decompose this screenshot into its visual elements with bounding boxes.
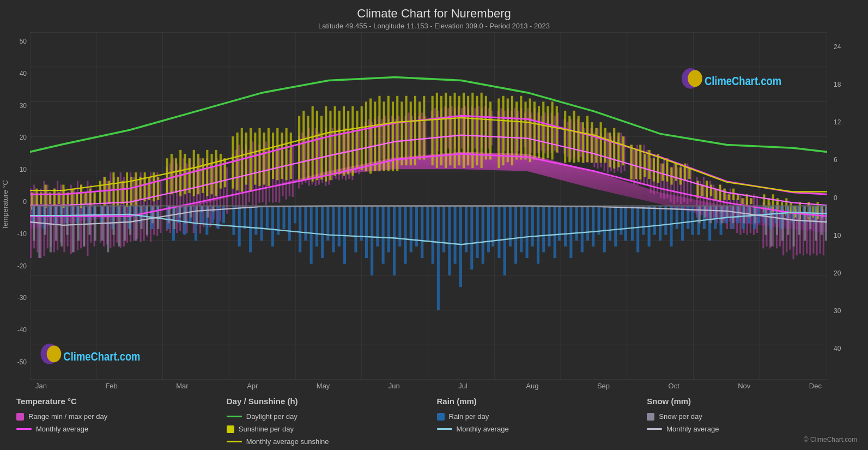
svg-rect-376 xyxy=(595,128,597,163)
svg-rect-373 xyxy=(582,122,584,163)
legend-title-rain: Rain (mm) xyxy=(437,397,647,406)
svg-rect-472 xyxy=(310,206,313,264)
y-left-20: 20 xyxy=(20,134,27,141)
svg-rect-339 xyxy=(418,101,421,159)
svg-rect-482 xyxy=(365,206,368,259)
svg-rect-180 xyxy=(567,122,568,157)
svg-rect-322 xyxy=(343,106,345,176)
svg-rect-590 xyxy=(173,206,175,229)
svg-rect-530 xyxy=(631,206,634,241)
svg-rect-616 xyxy=(804,206,806,241)
svg-rect-470 xyxy=(299,206,301,253)
svg-rect-403 xyxy=(724,189,726,200)
svg-rect-480 xyxy=(354,206,357,253)
legend-label-sunshine-avg: Monthly average sunshine xyxy=(246,437,329,446)
svg-rect-274 xyxy=(117,177,119,206)
x-axis-container: Jan Feb Mar Apr May Jun Jul Aug Sep Oct … xyxy=(30,380,827,390)
svg-rect-585 xyxy=(141,206,143,229)
legend-label-snow-avg: Monthly average xyxy=(666,425,719,433)
legend-label-temp-range: Range min / max per day xyxy=(28,412,107,421)
svg-rect-161 xyxy=(500,108,502,154)
y-right-20: 20 xyxy=(834,269,841,277)
y-axis-right: 24 18 12 6 0 10 20 30 40 Day / Sunshine … xyxy=(827,32,868,380)
chart-subtitle: Latitude 49.455 - Longitude 11.153 - Ele… xyxy=(0,22,868,30)
svg-rect-508 xyxy=(509,206,512,247)
svg-rect-591 xyxy=(179,206,181,218)
x-oct: Oct xyxy=(669,382,679,390)
svg-rect-502 xyxy=(476,206,478,259)
svg-rect-507 xyxy=(503,206,506,275)
svg-rect-535 xyxy=(659,206,661,241)
legend-color-snow-bars xyxy=(647,413,654,421)
svg-rect-329 xyxy=(374,101,376,171)
svg-rect-158 xyxy=(488,108,489,148)
svg-rect-471 xyxy=(304,206,307,241)
y-left-n50: -50 xyxy=(17,358,27,366)
svg-rect-532 xyxy=(642,206,645,235)
x-jul: Jul xyxy=(458,382,468,390)
legend-item-snow-avg: Monthly average xyxy=(647,425,857,433)
svg-rect-287 xyxy=(179,150,181,196)
legend-color-sunshine-avg xyxy=(227,441,242,442)
svg-rect-592 xyxy=(184,206,186,224)
legend-label-sunshine-bars: Sunshine per day xyxy=(239,425,294,433)
svg-rect-520 xyxy=(575,206,578,241)
svg-rect-94 xyxy=(265,142,267,206)
svg-rect-402 xyxy=(719,185,721,202)
svg-rect-361 xyxy=(524,101,526,159)
svg-rect-264 xyxy=(71,189,74,206)
svg-rect-381 xyxy=(617,133,620,167)
y-right-24: 24 xyxy=(834,43,841,51)
svg-rect-279 xyxy=(139,177,142,200)
legend-item-temp-avg: Monthly average xyxy=(16,425,227,433)
x-may: May xyxy=(317,382,330,390)
x-dec: Dec xyxy=(809,382,822,390)
svg-point-624 xyxy=(47,345,62,362)
svg-rect-347 xyxy=(458,96,460,165)
x-aug: Aug xyxy=(526,382,538,390)
svg-rect-135 xyxy=(408,112,410,159)
svg-rect-344 xyxy=(445,93,447,168)
legend-item-sunshine-bars: Sunshine per day xyxy=(227,425,437,433)
x-axis: Jan Feb Mar Apr May Jun Jul Aug Sep Oct … xyxy=(35,380,822,390)
svg-rect-318 xyxy=(325,106,327,182)
svg-rect-370 xyxy=(568,116,570,162)
legend-color-temp-avg xyxy=(16,428,32,430)
svg-rect-296 xyxy=(220,154,222,189)
legend-color-snow-avg xyxy=(647,428,662,430)
svg-rect-618 xyxy=(815,206,817,241)
svg-rect-394 xyxy=(679,167,682,185)
svg-rect-586 xyxy=(146,206,148,235)
y-right-40: 40 xyxy=(834,345,841,352)
svg-rect-503 xyxy=(482,206,484,264)
svg-rect-150 xyxy=(461,108,463,148)
svg-rect-510 xyxy=(520,206,523,253)
svg-rect-569 xyxy=(50,206,52,253)
svg-rect-604 xyxy=(732,206,734,224)
svg-rect-570 xyxy=(55,206,57,241)
svg-rect-609 xyxy=(764,206,767,235)
svg-rect-478 xyxy=(343,206,346,264)
legend-item-temp-range: Range min / max per day xyxy=(16,412,227,421)
svg-rect-203 xyxy=(647,150,648,185)
svg-rect-340 xyxy=(423,96,425,160)
legend-label-temp-avg: Monthly average xyxy=(36,425,88,433)
svg-rect-481 xyxy=(360,206,363,241)
svg-rect-292 xyxy=(202,158,204,193)
svg-rect-64 xyxy=(160,181,161,233)
svg-rect-571 xyxy=(60,206,63,247)
svg-rect-328 xyxy=(369,99,372,174)
legend-color-temp-range xyxy=(16,413,24,421)
svg-rect-367 xyxy=(551,101,554,159)
svg-rect-405 xyxy=(732,189,735,200)
svg-rect-483 xyxy=(371,206,373,275)
svg-rect-514 xyxy=(542,206,545,253)
legend-color-rain-avg xyxy=(437,428,452,430)
x-jun: Jun xyxy=(389,382,400,390)
svg-rect-488 xyxy=(398,206,401,247)
svg-rect-280 xyxy=(144,172,146,201)
svg-rect-516 xyxy=(554,206,556,259)
svg-rect-527 xyxy=(614,206,617,247)
legend-item-sunshine-avg: Monthly average sunshine xyxy=(227,437,437,446)
svg-rect-468 xyxy=(288,206,291,241)
